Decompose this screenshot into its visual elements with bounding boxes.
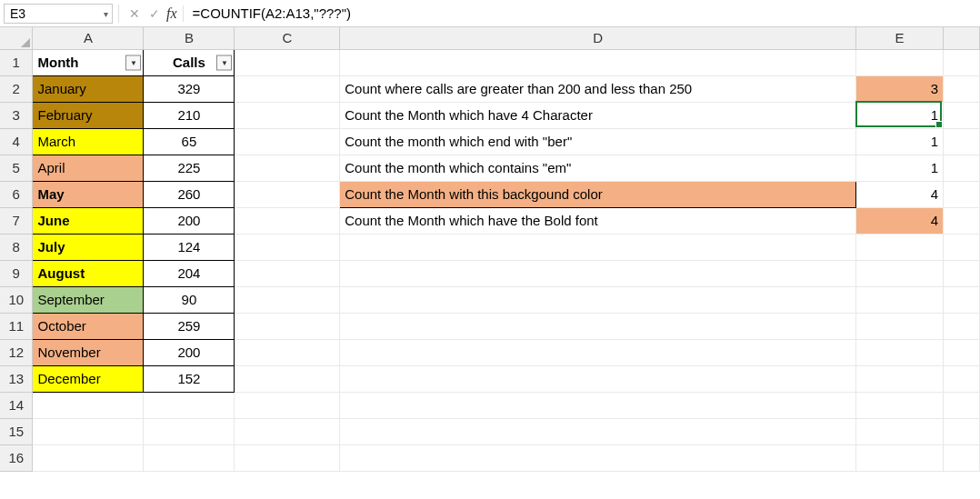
- cell-D3[interactable]: Count the Month which have 4 Character: [340, 102, 856, 128]
- cell-A5[interactable]: April: [33, 155, 144, 181]
- row-header-7[interactable]: 7: [0, 207, 33, 234]
- row-header-15[interactable]: 15: [0, 418, 33, 444]
- cell-E8[interactable]: [856, 234, 944, 260]
- cell-A12[interactable]: November: [33, 339, 144, 365]
- cell-E15[interactable]: [856, 418, 944, 444]
- cell-C13[interactable]: [235, 365, 340, 392]
- cell-E2[interactable]: 3: [856, 75, 944, 102]
- cell-E3[interactable]: 1: [856, 102, 944, 128]
- cell-E5[interactable]: 1: [856, 155, 944, 181]
- filter-icon[interactable]: ▼: [125, 55, 141, 70]
- cell-F9[interactable]: [943, 260, 979, 286]
- row-header-5[interactable]: 5: [0, 155, 33, 181]
- cell-F5[interactable]: [943, 155, 979, 181]
- row-header-2[interactable]: 2: [0, 75, 33, 102]
- cell-D8[interactable]: [340, 234, 856, 260]
- cell-B10[interactable]: 90: [144, 286, 235, 313]
- row-header-9[interactable]: 9: [0, 260, 33, 286]
- col-header-D[interactable]: D: [340, 27, 856, 49]
- cell-B9[interactable]: 204: [144, 260, 235, 286]
- cell-C4[interactable]: [235, 128, 340, 155]
- row-header-1[interactable]: 1: [0, 49, 33, 75]
- cell-E12[interactable]: [856, 339, 944, 365]
- cell-D14[interactable]: [340, 392, 856, 418]
- cell-B14[interactable]: [144, 392, 235, 418]
- cell-B12[interactable]: 200: [144, 339, 235, 365]
- cell-E6[interactable]: 4: [856, 181, 944, 207]
- cell-C8[interactable]: [235, 234, 340, 260]
- cell-F1[interactable]: [943, 49, 979, 75]
- cell-A3[interactable]: February: [33, 102, 144, 128]
- cell-A16[interactable]: [33, 444, 144, 471]
- cell-B16[interactable]: [144, 444, 235, 471]
- cell-F2[interactable]: [943, 75, 979, 102]
- cell-D6[interactable]: Count the Month with this backgound colo…: [340, 181, 856, 207]
- formula-input[interactable]: [189, 4, 976, 23]
- cell-D9[interactable]: [340, 260, 856, 286]
- confirm-icon[interactable]: ✓: [145, 6, 165, 21]
- cell-F8[interactable]: [943, 234, 979, 260]
- cell-A14[interactable]: [33, 392, 144, 418]
- cell-C7[interactable]: [235, 207, 340, 234]
- cell-B4[interactable]: 65: [144, 128, 235, 155]
- cell-B1[interactable]: Calls▼: [144, 49, 235, 75]
- cell-F13[interactable]: [943, 365, 979, 392]
- row-header-13[interactable]: 13: [0, 365, 33, 392]
- cell-C3[interactable]: [235, 102, 340, 128]
- cell-D4[interactable]: Count the month which end with "ber": [340, 128, 856, 155]
- cell-A2[interactable]: January: [33, 75, 144, 102]
- cell-A6[interactable]: May: [33, 181, 144, 207]
- col-header-F[interactable]: [943, 27, 979, 49]
- row-header-6[interactable]: 6: [0, 181, 33, 207]
- cell-B13[interactable]: 152: [144, 365, 235, 392]
- cell-B8[interactable]: 124: [144, 234, 235, 260]
- col-header-E[interactable]: E: [856, 27, 944, 49]
- cell-E7[interactable]: 4: [856, 207, 944, 234]
- col-header-B[interactable]: B: [144, 27, 235, 49]
- cell-D16[interactable]: [340, 444, 856, 471]
- cell-E10[interactable]: [856, 286, 944, 313]
- cell-C14[interactable]: [235, 392, 340, 418]
- row-header-3[interactable]: 3: [0, 102, 33, 128]
- row-header-11[interactable]: 11: [0, 313, 33, 339]
- cell-D1[interactable]: [340, 49, 856, 75]
- cell-F16[interactable]: [943, 444, 979, 471]
- cell-C16[interactable]: [235, 444, 340, 471]
- cell-D2[interactable]: Count where calls are greater than 200 a…: [340, 75, 856, 102]
- cell-D13[interactable]: [340, 365, 856, 392]
- row-header-4[interactable]: 4: [0, 128, 33, 155]
- chevron-down-icon[interactable]: ▾: [104, 8, 108, 18]
- row-header-14[interactable]: 14: [0, 392, 33, 418]
- cell-C9[interactable]: [235, 260, 340, 286]
- name-box[interactable]: E3 ▾: [4, 4, 113, 24]
- cell-D12[interactable]: [340, 339, 856, 365]
- cell-D10[interactable]: [340, 286, 856, 313]
- cell-B7[interactable]: 200: [144, 207, 235, 234]
- cell-B15[interactable]: [144, 418, 235, 444]
- cell-B2[interactable]: 329: [144, 75, 235, 102]
- row-header-10[interactable]: 10: [0, 286, 33, 313]
- cell-C12[interactable]: [235, 339, 340, 365]
- cell-D5[interactable]: Count the month which contains "em": [340, 155, 856, 181]
- cell-C6[interactable]: [235, 181, 340, 207]
- col-header-C[interactable]: C: [235, 27, 340, 49]
- fx-icon[interactable]: fx: [165, 5, 184, 22]
- cell-A7[interactable]: June: [33, 207, 144, 234]
- cell-B6[interactable]: 260: [144, 181, 235, 207]
- cell-C5[interactable]: [235, 155, 340, 181]
- cell-A15[interactable]: [33, 418, 144, 444]
- cell-F10[interactable]: [943, 286, 979, 313]
- cell-C15[interactable]: [235, 418, 340, 444]
- cell-A11[interactable]: October: [33, 313, 144, 339]
- cell-D7[interactable]: Count the Month which have the Bold font: [340, 207, 856, 234]
- row-header-12[interactable]: 12: [0, 339, 33, 365]
- cell-F14[interactable]: [943, 392, 979, 418]
- cell-C10[interactable]: [235, 286, 340, 313]
- cell-C1[interactable]: [235, 49, 340, 75]
- cell-D11[interactable]: [340, 313, 856, 339]
- cell-F3[interactable]: [943, 102, 979, 128]
- cell-A8[interactable]: July: [33, 234, 144, 260]
- cell-F12[interactable]: [943, 339, 979, 365]
- row-header-16[interactable]: 16: [0, 444, 33, 471]
- cell-F4[interactable]: [943, 128, 979, 155]
